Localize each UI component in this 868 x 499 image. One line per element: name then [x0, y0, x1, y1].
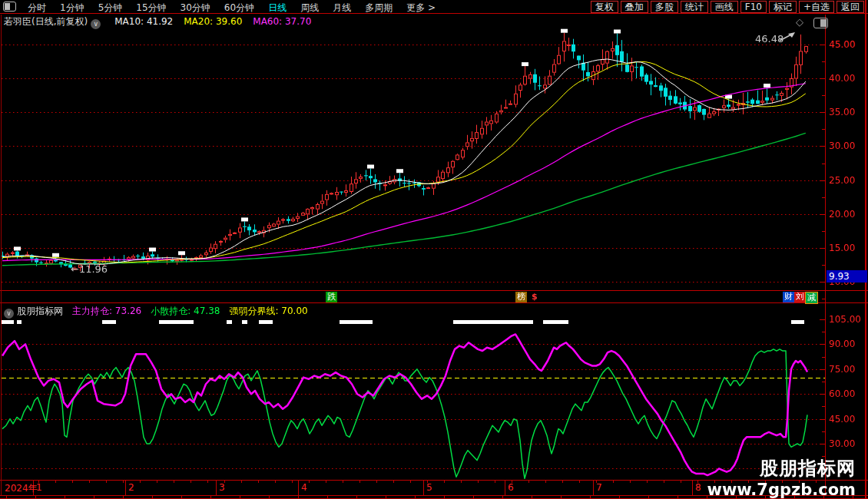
week-tick	[681, 480, 681, 483]
week-tick	[258, 480, 259, 483]
toolbar-button[interactable]: 叠加	[621, 1, 648, 13]
month-label: 2	[128, 482, 134, 493]
divider-badge[interactable]: 榜	[515, 292, 527, 302]
indicator-canvas[interactable]	[2, 303, 825, 480]
site-watermark: 股朋指标网 www.7gpzb.com	[707, 456, 856, 499]
indicator-legend: 主力持仓: 73.26小散持仓: 47.38强弱分界线: 70.00	[63, 306, 308, 316]
week-tick	[174, 480, 174, 483]
period-tab[interactable]: 15分钟	[129, 2, 173, 13]
divider-badge[interactable]: 跌	[326, 292, 337, 302]
price-axis-label: 35.00	[829, 107, 864, 117]
divider-badge[interactable]: 财	[783, 292, 794, 302]
year-label: 2024年	[5, 482, 38, 495]
month-boundary-line	[125, 480, 126, 495]
toolbar-button[interactable]: +自选	[799, 1, 834, 13]
week-tick	[326, 480, 326, 483]
period-tab[interactable]: 更多 >	[399, 2, 442, 13]
main-chart-canvas[interactable]	[2, 15, 825, 290]
week-tick	[72, 480, 73, 483]
month-label: 3	[219, 482, 225, 493]
indicator-axis-label: 30.00	[829, 438, 864, 449]
week-tick	[359, 480, 360, 483]
period-tab[interactable]: 周线	[293, 2, 326, 13]
month-boundary-line	[593, 480, 594, 495]
week-tick	[647, 480, 648, 483]
period-tab[interactable]: 5分钟	[91, 2, 130, 13]
price-axis-label: 45.00	[829, 39, 864, 50]
chevron-down-icon[interactable]: ∨	[4, 309, 14, 319]
week-tick	[376, 480, 377, 483]
menubar-divider	[0, 13, 868, 14]
indicator-legend-item: 小散持仓: 47.38	[151, 306, 220, 316]
week-tick	[562, 480, 563, 483]
month-boundary-line	[423, 480, 424, 495]
window-right-border	[865, 0, 866, 499]
week-tick	[275, 480, 276, 483]
divider-badge[interactable]: 刘	[794, 292, 806, 302]
panel-layout-icon[interactable]	[813, 18, 828, 28]
week-tick	[393, 480, 394, 483]
divider-top-line	[0, 290, 868, 291]
period-tab[interactable]: 月线	[326, 2, 358, 13]
indicator-legend-item: 强弱分界线: 70.00	[229, 306, 307, 316]
month-boundary-line	[505, 480, 505, 495]
week-tick	[106, 480, 107, 483]
month-label: 1	[36, 482, 42, 493]
toolbar-button[interactable]: F10	[740, 1, 767, 13]
period-tab[interactable]: 30分钟	[174, 2, 217, 13]
week-tick	[545, 480, 546, 483]
week-tick	[241, 480, 242, 483]
watermark-url: www.7gpzb.com	[707, 481, 856, 499]
period-tab[interactable]: 60分钟	[217, 2, 261, 13]
price-axis-label: 40.00	[829, 73, 864, 84]
indicator-axis-label: 60.00	[829, 388, 864, 399]
week-tick	[461, 480, 462, 483]
period-menubar: 分时1分钟5分钟15分钟30分钟60分钟日线周线月线多周期更多 > 复权叠加多股…	[0, 0, 868, 13]
diamond-outline-icon[interactable]: ◇	[796, 16, 803, 28]
window-layout-icon[interactable]	[3, 2, 16, 12]
low-price-label: 11.96	[79, 263, 108, 275]
watermark-site-name: 股朋指标网	[707, 456, 856, 481]
week-tick	[309, 480, 310, 483]
divider-badge[interactable]: $	[530, 292, 539, 302]
toolbar-button[interactable]: 多股	[651, 1, 678, 13]
month-boundary-line	[692, 480, 693, 495]
week-tick	[613, 480, 614, 483]
price-axis-label: 15.00	[829, 243, 864, 253]
toolbar-button[interactable]: 复权	[591, 1, 618, 13]
week-tick	[89, 480, 90, 483]
week-tick	[528, 480, 529, 483]
month-label: 5	[426, 482, 432, 493]
toolbar-button[interactable]: 标记	[769, 1, 797, 13]
week-tick	[292, 480, 293, 483]
low-price-annotation: ←11.96	[71, 263, 108, 275]
toolbar-buttons: 复权叠加多股统计画线F10标记+自选返回	[591, 1, 864, 13]
stock-app-window: 分时1分钟5分钟15分钟30分钟60分钟日线周线月线多周期更多 > 复权叠加多股…	[0, 0, 868, 499]
period-tab[interactable]: 多周期	[358, 2, 399, 13]
week-tick	[664, 480, 664, 483]
indicator-axis-label: 75.00	[829, 364, 864, 375]
toolbar-button[interactable]: 返回	[837, 1, 864, 13]
period-tabs: 分时1分钟5分钟15分钟30分钟60分钟日线周线月线多周期更多 >	[21, 0, 442, 15]
week-tick	[478, 480, 479, 483]
period-tab[interactable]: 分时	[21, 2, 53, 13]
month-boundary-line	[298, 480, 299, 495]
indicator-header: ∨股朋指标网主力持仓: 73.26小散持仓: 47.38强弱分界线: 70.00	[4, 305, 308, 316]
price-axis-label: 20.00	[829, 209, 864, 220]
period-tab[interactable]: 日线	[261, 2, 293, 13]
week-tick	[190, 480, 191, 483]
indicator-legend-item: 主力持仓: 73.26	[72, 306, 141, 316]
toolbar-button[interactable]: 画线	[711, 1, 738, 13]
divider-badge[interactable]: 减	[805, 292, 818, 304]
month-label: 7	[596, 482, 602, 493]
high-arrow-icon	[778, 29, 798, 43]
week-tick	[410, 480, 411, 483]
price-axis-label: 30.00	[829, 140, 864, 151]
month-label: 4	[301, 482, 307, 493]
indicator-axis-label: 90.00	[829, 339, 864, 349]
toolbar-button[interactable]: 统计	[681, 1, 708, 13]
week-tick	[343, 480, 343, 483]
plot-left-border	[1, 15, 2, 495]
week-tick	[55, 480, 56, 483]
period-tab[interactable]: 1分钟	[53, 2, 91, 13]
